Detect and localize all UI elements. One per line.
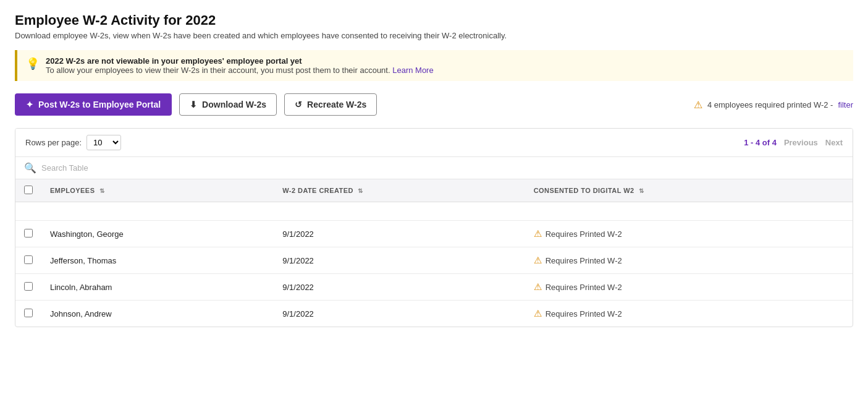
warning-icon: ⚠ (534, 281, 542, 293)
row-checkbox-cell (15, 221, 41, 247)
consented-column-header: Consented to Digital W2 ⇅ (525, 179, 853, 202)
pagination: 1 - 4 of 4 Previous Next (744, 138, 843, 147)
employees-sort-icon[interactable]: ⇅ (99, 187, 104, 194)
table-row: Jefferson, Thomas 9/1/2022 ⚠ Requires Pr… (15, 247, 853, 274)
w2-date-cell: 9/1/2022 (274, 301, 525, 327)
employee-name-cell: Jefferson, Thomas (41, 247, 274, 274)
search-input[interactable] (41, 163, 844, 173)
recreate-icon: ↺ (295, 100, 302, 109)
requires-printed-label: Requires Printed W-2 (546, 229, 622, 239)
w2-date-cell: 9/1/2022 (274, 221, 525, 247)
consented-status-cell: ⚠ Requires Printed W-2 (525, 221, 853, 247)
consented-sort-icon[interactable]: ⇅ (639, 187, 644, 194)
pagination-info: 1 - 4 of 4 (744, 138, 777, 147)
table-controls: Rows per page: 10 25 50 100 1 - 4 of 4 P… (15, 129, 853, 157)
requires-printed-badge: ⚠ Requires Printed W-2 (534, 255, 844, 266)
employee-table: Employees ⇅ W-2 Date Created ⇅ Consented… (15, 179, 853, 327)
download-icon: ⬇ (190, 100, 197, 109)
row-checkbox-0[interactable] (24, 229, 33, 237)
row-checkbox-3[interactable] (24, 309, 33, 317)
table-row: Johnson, Andrew 9/1/2022 ⚠ Requires Prin… (15, 301, 853, 327)
consented-status-cell: ⚠ Requires Printed W-2 (525, 274, 853, 301)
page-subtitle: Download employee W-2s, view when W-2s h… (15, 31, 853, 40)
select-all-col (15, 179, 41, 202)
table-row: Washington, George 9/1/2022 ⚠ Requires P… (15, 221, 853, 247)
w2-date-cell: 9/1/2022 (274, 274, 525, 301)
employee-name-cell: Lincoln, Abraham (41, 274, 274, 301)
rows-per-page-control: Rows per page: 10 25 50 100 (25, 135, 121, 150)
requires-printed-badge: ⚠ Requires Printed W-2 (534, 308, 844, 319)
requires-printed-label: Requires Printed W-2 (546, 309, 622, 319)
lightbulb-icon: 💡 (26, 57, 40, 71)
alert-description: To allow your employees to view their W-… (46, 66, 434, 75)
filter-link[interactable]: filter (838, 100, 853, 109)
next-button[interactable]: Next (825, 138, 843, 147)
warning-icon: ⚠ (534, 308, 542, 319)
employee-name-cell: Washington, George (41, 221, 274, 247)
requires-printed-badge: ⚠ Requires Printed W-2 (534, 281, 844, 293)
recreate-w2s-button[interactable]: ↺ Recreate W-2s (284, 93, 377, 116)
consented-status-cell: ⚠ Requires Printed W-2 (525, 301, 853, 327)
requires-printed-label: Requires Printed W-2 (546, 256, 622, 265)
row-checkbox-cell (15, 247, 41, 274)
alert-banner: 💡 2022 W-2s are not viewable in your emp… (15, 50, 853, 81)
row-checkbox-cell (15, 274, 41, 301)
warning-icon: ⚠ (534, 255, 542, 266)
consented-status-cell: ⚠ Requires Printed W-2 (525, 247, 853, 274)
w2-date-column-header: W-2 Date Created ⇅ (274, 179, 525, 202)
table-header-row: Employees ⇅ W-2 Date Created ⇅ Consented… (15, 179, 853, 202)
employee-name-cell: Johnson, Andrew (41, 301, 274, 327)
table-section: Rows per page: 10 25 50 100 1 - 4 of 4 P… (15, 128, 853, 327)
empty-spacer-row (15, 202, 853, 221)
learn-more-link[interactable]: Learn More (392, 66, 433, 75)
toolbar: ✦ Post W-2s to Employee Portal ⬇ Downloa… (15, 93, 853, 116)
search-icon: 🔍 (24, 162, 36, 174)
row-checkbox-cell (15, 301, 41, 327)
page-title: Employee W-2 Activity for 2022 (15, 12, 853, 28)
row-checkbox-1[interactable] (24, 255, 33, 264)
warning-icon: ⚠ (694, 99, 702, 111)
download-w2s-button[interactable]: ⬇ Download W-2s (179, 93, 277, 116)
filter-warning: ⚠ 4 employees required printed W-2 - fil… (694, 99, 853, 111)
rows-per-page-select[interactable]: 10 25 50 100 (86, 135, 121, 150)
post-icon: ✦ (26, 100, 33, 109)
row-checkbox-2[interactable] (24, 282, 33, 291)
alert-title: 2022 W-2s are not viewable in your emplo… (46, 56, 434, 66)
w2-date-sort-icon[interactable]: ⇅ (358, 187, 363, 194)
post-w2s-button[interactable]: ✦ Post W-2s to Employee Portal (15, 93, 172, 116)
table-row: Lincoln, Abraham 9/1/2022 ⚠ Requires Pri… (15, 274, 853, 301)
warning-icon: ⚠ (534, 228, 542, 239)
rows-per-page-label: Rows per page: (25, 138, 82, 147)
alert-text-block: 2022 W-2s are not viewable in your emplo… (46, 56, 434, 75)
employees-column-header: Employees ⇅ (41, 179, 274, 202)
w2-date-cell: 9/1/2022 (274, 247, 525, 274)
requires-printed-badge: ⚠ Requires Printed W-2 (534, 228, 844, 239)
requires-printed-label: Requires Printed W-2 (546, 283, 622, 292)
select-all-checkbox[interactable] (24, 186, 33, 194)
search-row: 🔍 (15, 157, 853, 179)
previous-button[interactable]: Previous (784, 138, 818, 147)
